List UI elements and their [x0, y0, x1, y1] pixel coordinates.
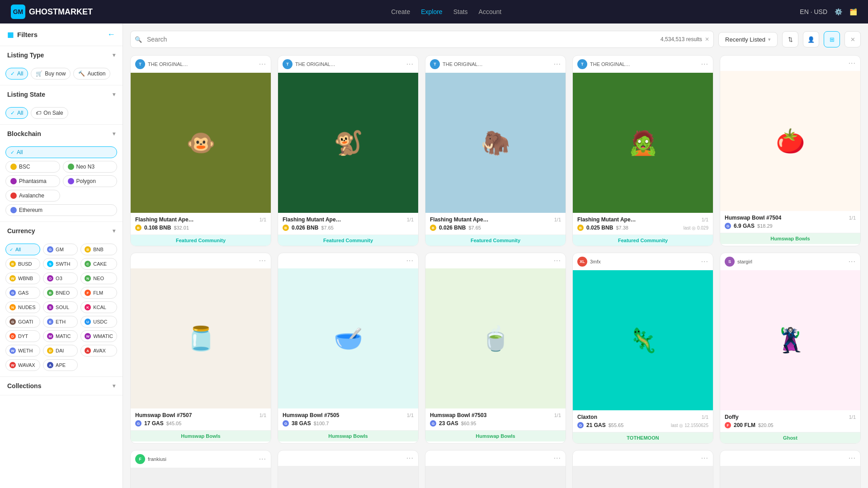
nft-more-button[interactable]: ···: [701, 454, 708, 462]
currency-chip-label: FLM: [93, 290, 103, 296]
nft-card[interactable]: ··· 🥣 Humswap Bowl #7505 1/1 G 38 GAS $1…: [278, 253, 419, 444]
currency-kcal-chip[interactable]: K KCAL: [80, 301, 117, 313]
nft-card[interactable]: ··· 🫙 Humswap Bowl #7507 1/1 G 17 GAS $4…: [130, 253, 271, 444]
currency-cake-chip[interactable]: C CAKE: [80, 258, 117, 270]
currency-wbnb-chip[interactable]: W WBNB: [5, 272, 40, 284]
nft-more-button[interactable]: ···: [849, 454, 856, 462]
blockchain-all-chip[interactable]: ✓ All: [5, 146, 117, 158]
nft-more-button[interactable]: ···: [259, 60, 266, 68]
sort-order-button[interactable]: ⇅: [782, 31, 798, 47]
currency-chip-label: WMATIC: [93, 333, 113, 339]
blockchain-bsc-chip[interactable]: BSC: [5, 161, 60, 173]
currency-flm-chip[interactable]: F FLM: [80, 287, 117, 299]
currency-goati-chip[interactable]: G GOATI: [5, 316, 40, 328]
nft-card[interactable]: ···: [572, 450, 713, 488]
nft-more-button[interactable]: ···: [259, 257, 266, 265]
nft-card-user: F frankiusi: [135, 454, 166, 464]
currency-gas-chip[interactable]: G GAS: [5, 287, 40, 299]
listing-type-buynow-chip[interactable]: 🛒 Buy now: [31, 68, 71, 80]
nft-info: Flashing Mutant Ape 3... 1/1 B 0.108 BNB…: [131, 213, 271, 235]
currency-swth-chip[interactable]: S SWTH: [43, 258, 78, 270]
view-grid-button[interactable]: ⊞: [824, 31, 840, 47]
nft-more-button[interactable]: ···: [554, 257, 561, 265]
currency-weth-chip[interactable]: W WETH: [5, 345, 40, 357]
currency-wavax-chip[interactable]: W WAVAX: [5, 359, 40, 371]
currency-soul-chip[interactable]: S SOUL: [43, 301, 78, 313]
wallet-icon[interactable]: 🗂️: [849, 8, 857, 15]
nft-more-button[interactable]: ···: [406, 454, 414, 462]
nft-card[interactable]: T THE ORIGINAL_Flashin... ··· 🧟 Flashing…: [572, 55, 713, 246]
nft-card[interactable]: ···: [720, 450, 861, 488]
logo[interactable]: GM GHOSTMARKET: [11, 5, 93, 19]
nav-create[interactable]: Create: [391, 8, 410, 15]
blockchain-ethereum-chip[interactable]: Ethereum: [5, 204, 117, 216]
nft-price-row: B 0.026 BNB $7.65: [430, 225, 561, 231]
blockchain-header[interactable]: Blockchain ▾: [0, 125, 123, 143]
nft-collection-tag: Ghost: [720, 432, 860, 443]
nft-card[interactable]: T THE ORIGINAL_Flashin... ··· 🦣 Flashing…: [425, 55, 566, 246]
currency-all-chip[interactable]: ✓ All: [5, 244, 40, 255]
listing-state-header[interactable]: Listing State ▾: [0, 85, 123, 103]
nft-more-button[interactable]: ···: [259, 455, 266, 463]
blockchain-section: Blockchain ▾ ✓ All BSC Neo N3 Ph: [0, 125, 123, 222]
currency-bneo-chip[interactable]: B BNEO: [43, 287, 78, 299]
nft-card[interactable]: T THE ORIGINAL_Flashin... ··· 🐒 Flashing…: [278, 55, 419, 246]
currency-matic-chip[interactable]: M MATIC: [43, 330, 78, 342]
price-currency-icon: G: [725, 223, 731, 229]
nft-card[interactable]: S stargirl ··· 🦹 Doffy 1/1 F 200 FLM $20…: [720, 253, 861, 444]
nav-stats[interactable]: Stats: [453, 8, 468, 15]
nft-more-button[interactable]: ···: [701, 60, 708, 68]
collections-header[interactable]: Collections ▾: [0, 377, 123, 395]
blockchain-avalanche-chip[interactable]: Avalanche: [5, 190, 60, 202]
currency-usdc-chip[interactable]: U USDC: [80, 316, 117, 328]
nft-card[interactable]: T THE ORIGINAL_Flashin... ··· 🐵 Flashing…: [130, 55, 271, 246]
nft-more-button[interactable]: ···: [554, 454, 561, 462]
blockchain-phantasma-chip[interactable]: Phantasma: [5, 175, 60, 187]
settings-icon[interactable]: ⚙️: [835, 8, 842, 15]
close-filter-button[interactable]: ✕: [844, 31, 861, 47]
nft-card[interactable]: ··· 🍅 Humswap Bowl #7504 1/1 G 6.9 GAS $…: [720, 55, 861, 246]
listing-state-all-chip[interactable]: ✓ All: [5, 107, 28, 119]
nft-card[interactable]: ···: [425, 450, 566, 488]
currency-dai-chip[interactable]: D DAI: [43, 345, 78, 357]
listing-state-onsale-chip[interactable]: 🏷 On Sale: [31, 107, 68, 119]
listing-type-auction-chip[interactable]: 🔨 Auction: [73, 68, 110, 80]
currency-bnb-chip[interactable]: B BNB: [80, 244, 117, 255]
currency-wmatic-chip[interactable]: W WMATIC: [80, 330, 117, 342]
currency-ape-chip[interactable]: A APE: [43, 359, 78, 371]
sort-dropdown[interactable]: Recently Listed ▾: [718, 32, 778, 47]
currency-neo-chip[interactable]: N NEO: [80, 272, 117, 284]
nft-more-button[interactable]: ···: [849, 59, 856, 67]
currency-o3-chip[interactable]: O O3: [43, 272, 78, 284]
currency-eth-chip[interactable]: E ETH: [43, 316, 78, 328]
nft-card[interactable]: F frankiusi ···: [130, 450, 271, 488]
search-input[interactable]: [130, 31, 714, 48]
nft-price-usd: $20.05: [758, 422, 774, 428]
view-user-button[interactable]: 👤: [803, 31, 819, 47]
locale-selector[interactable]: EN · USD: [800, 8, 827, 15]
nav-account[interactable]: Account: [479, 8, 502, 15]
nav-explore[interactable]: Explore: [421, 8, 442, 15]
currency-nudes-chip[interactable]: N NUDES: [5, 301, 40, 313]
currency-busd-chip[interactable]: B BUSD: [5, 258, 40, 270]
swth-dot: S: [47, 261, 53, 267]
nft-card[interactable]: XL 3mfx ··· 🦎 Claxton 1/1 G 21 GAS $55.6…: [572, 253, 713, 444]
nft-card[interactable]: ··· 🍵 Humswap Bowl #7503 1/1 G 23 GAS $6…: [425, 253, 566, 444]
currency-avax-chip[interactable]: A AVAX: [80, 345, 117, 357]
blockchain-polygon-chip[interactable]: Polygon: [63, 175, 118, 187]
nft-more-button[interactable]: ···: [701, 258, 708, 266]
nft-more-button[interactable]: ···: [554, 60, 561, 68]
listing-type-all-chip[interactable]: ✓ All: [5, 68, 28, 80]
nft-image: [573, 466, 713, 488]
listing-type-header[interactable]: Listing Type ▾: [0, 46, 123, 64]
currency-dyt-chip[interactable]: D DYT: [5, 330, 40, 342]
blockchain-neo-chip[interactable]: Neo N3: [63, 161, 118, 173]
currency-gm-chip[interactable]: G GM: [43, 244, 78, 255]
nft-more-button[interactable]: ···: [406, 60, 414, 68]
clear-search-button[interactable]: ✕: [705, 36, 709, 42]
nft-more-button[interactable]: ···: [406, 257, 414, 265]
currency-header[interactable]: Currency ▾: [0, 222, 123, 240]
nft-card[interactable]: ···: [278, 450, 419, 488]
nft-more-button[interactable]: ···: [849, 258, 856, 266]
sidebar-back-button[interactable]: ←: [107, 30, 115, 39]
